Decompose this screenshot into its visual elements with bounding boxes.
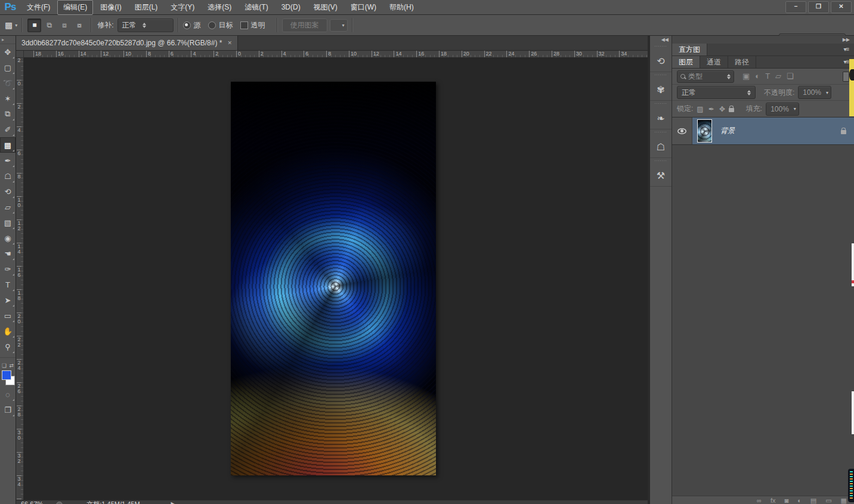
layer-thumbnail[interactable] (697, 119, 712, 143)
brush-tool[interactable]: ✒ (0, 153, 16, 168)
default-colors-icon[interactable]: ❏ (2, 363, 7, 369)
type-tool[interactable]: T (0, 277, 16, 292)
add-to-selection-mode[interactable]: ⧉ (42, 18, 56, 32)
crop-tool[interactable]: ⧉ (0, 106, 16, 122)
filter-adjustment-layers-icon[interactable]: ◐ (755, 71, 760, 82)
blend-mode-dropdown[interactable]: 正常 (677, 86, 756, 99)
pattern-picker-dropdown[interactable]: ▾ (330, 19, 348, 32)
menubar-item[interactable]: 滤镜(T) (239, 0, 274, 15)
path-selection-tool[interactable]: ➤ (0, 292, 16, 308)
ruler-tick-label: 28 (17, 406, 21, 418)
new-layer-icon[interactable]: ▭ (825, 497, 831, 504)
history-brush-tool[interactable]: ⟲ (0, 184, 16, 199)
chevron-down-icon: ▾ (342, 23, 345, 28)
zoom-tool[interactable]: ⚲ (0, 339, 16, 354)
intersect-selection-mode[interactable]: ⧇ (72, 18, 86, 32)
ruler-corner[interactable] (16, 51, 24, 58)
menubar-item[interactable]: 3D(D) (276, 1, 307, 14)
collapse-strip-icon[interactable]: ◀◀ (650, 36, 672, 44)
layer-style-icon[interactable]: fx (771, 497, 776, 504)
brush-presets-panel[interactable]: ❧ (650, 101, 672, 129)
opacity-dropdown[interactable]: 100% ▾ (798, 86, 831, 99)
menubar-item[interactable]: 文字(Y) (165, 0, 200, 15)
new-group-icon[interactable]: ▤ (810, 497, 816, 504)
ruler-tick-label: 12 (101, 51, 109, 58)
minimize-button[interactable]: – (785, 1, 806, 13)
tools-panel-grip[interactable]: ▸ (0, 36, 16, 44)
patch-tool[interactable]: ▩ (0, 137, 16, 153)
status-expander-icon[interactable]: ▶ (171, 500, 175, 504)
lock-position-icon[interactable]: ✥ (719, 105, 725, 113)
ruler-tick-label: 34 (619, 51, 627, 58)
swap-colors-icon[interactable]: ⇄ (9, 363, 14, 369)
menubar-item[interactable]: 选择(S) (202, 0, 237, 15)
fill-dropdown[interactable]: 100% ▾ (766, 103, 799, 116)
tool-preset-picker[interactable]: ▩ ▾ (0, 20, 17, 30)
filter-pixel-layers-icon[interactable]: ▣ (742, 71, 750, 82)
tab-图层[interactable]: 图层 (672, 56, 700, 68)
link-layers-icon[interactable]: ∞ (757, 497, 762, 504)
smudge-tool[interactable]: ☚ (0, 246, 16, 261)
vertical-ruler[interactable]: 2024681012141618202224262830323436 (16, 58, 24, 500)
magic-wand-tool[interactable]: ✶ (0, 91, 16, 106)
brush-panel[interactable]: ✾ (650, 72, 672, 101)
menubar-item[interactable]: 图层(L) (129, 0, 164, 15)
status-zoom-level[interactable]: 66.67% (21, 500, 43, 504)
transparent-checkbox[interactable]: 透明 (240, 20, 265, 30)
lock-transparency-icon[interactable]: ▨ (697, 105, 703, 113)
clone-source-panel[interactable]: ☖ (650, 129, 672, 158)
layer-visibility-toggle[interactable] (672, 118, 692, 144)
hand-tool[interactable]: ✋ (0, 323, 16, 339)
destination-radio[interactable]: 目标 (208, 20, 233, 30)
layer-row-background[interactable]: 背景 (672, 118, 854, 145)
tool-presets-panel[interactable]: ⚒ (650, 158, 672, 187)
menubar-item[interactable]: 窗口(W) (345, 0, 382, 15)
eyedropper-tool[interactable]: ✐ (0, 122, 16, 137)
history-panel[interactable]: ⟲ (650, 44, 672, 72)
quick-mask-button[interactable]: ◌ (0, 386, 16, 402)
filter-smart-objects-icon[interactable]: ❏ (787, 71, 794, 82)
lock-all-icon[interactable] (729, 108, 734, 112)
tab-路径[interactable]: 路径 (728, 56, 756, 68)
filter-shape-layers-icon[interactable]: ▱ (775, 71, 781, 82)
horizontal-ruler[interactable]: 1816141210864202468101214161820222426283… (16, 51, 648, 58)
gradient-tool[interactable]: ▧ (0, 215, 16, 230)
tab-close-icon[interactable]: ✕ (227, 40, 232, 46)
lock-pixels-icon[interactable]: ✒ (708, 105, 714, 113)
shape-tool[interactable]: ▭ (0, 308, 16, 323)
filter-type-layers-icon[interactable]: T (765, 71, 770, 82)
tab-histogram[interactable]: 直方图 (672, 44, 707, 55)
lasso-tool[interactable]: ➰ (0, 75, 16, 91)
filter-type-dropdown[interactable]: 类型 (677, 70, 734, 83)
canvas[interactable] (231, 82, 436, 475)
eraser-tool[interactable]: ▱ (0, 199, 16, 215)
subtract-from-selection-mode[interactable]: ⧈ (57, 18, 71, 32)
document-tab[interactable]: 3dd0b68277dc70e845c0e720b5287d0.jpg @ 66… (16, 36, 238, 50)
foreground-color-swatch[interactable] (2, 370, 11, 380)
menubar-item[interactable]: 视图(V) (308, 0, 344, 15)
menubar-item[interactable]: 编辑(E) (57, 0, 93, 15)
blur-tool[interactable]: ◉ (0, 230, 16, 246)
add-layer-mask-icon[interactable]: ◙ (784, 497, 788, 504)
panel-menu-icon[interactable]: ▾≡ (838, 44, 854, 55)
menubar-item[interactable]: 帮助(H) (383, 0, 420, 15)
close-button[interactable]: ✕ (831, 1, 852, 13)
restore-button[interactable]: ❐ (808, 1, 829, 13)
marquee-tool[interactable]: ▢ (0, 60, 16, 75)
menubar-item[interactable]: 图像(I) (94, 0, 127, 15)
new-selection-mode[interactable]: ■ (27, 18, 41, 32)
patch-mode-dropdown[interactable]: 正常 (117, 18, 174, 32)
screen-mode-button[interactable]: ❐ (0, 402, 16, 418)
source-radio[interactable]: 源 (183, 20, 201, 30)
expand-dock-icon[interactable]: ▶▶ (672, 36, 854, 44)
pen-tool[interactable]: ✑ (0, 261, 16, 277)
tab-通道[interactable]: 通道 (700, 56, 728, 68)
canvas-pasteboard[interactable] (24, 58, 648, 500)
clone-stamp-tool[interactable]: ☖ (0, 168, 16, 184)
filter-toggle-switch[interactable] (843, 72, 849, 82)
new-adjustment-layer-icon[interactable]: ◐ (797, 497, 802, 504)
use-pattern-button[interactable]: 使用图案 (282, 18, 327, 32)
move-tool[interactable]: ✥ (0, 44, 16, 60)
delete-layer-icon[interactable]: ▦ (841, 497, 847, 504)
menubar-item[interactable]: 文件(F) (21, 0, 56, 15)
